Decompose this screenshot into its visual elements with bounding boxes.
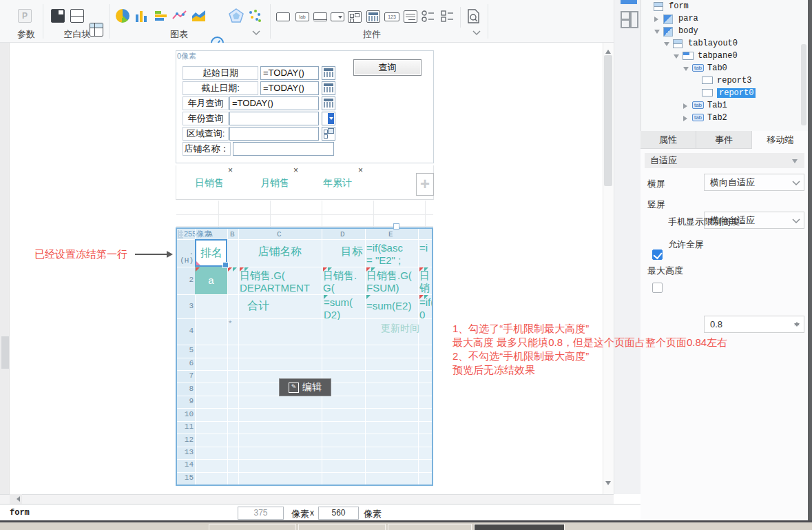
label-widget-icon[interactable]: lab bbox=[295, 12, 309, 21]
widget-preview-icon[interactable] bbox=[467, 9, 481, 24]
tree-collapse-icon[interactable] bbox=[664, 42, 669, 46]
drag-handle-icon[interactable] bbox=[178, 230, 183, 238]
limit-height-checkbox[interactable] bbox=[652, 249, 663, 260]
tree-expand-icon[interactable] bbox=[683, 103, 687, 109]
cell-D2[interactable]: 日销售.G( bbox=[323, 269, 364, 294]
tree-item-report3[interactable]: report3 bbox=[717, 76, 751, 85]
date-widget-icon[interactable] bbox=[366, 10, 380, 23]
textarea-widget-icon[interactable] bbox=[404, 10, 417, 23]
tree-select-icon[interactable] bbox=[322, 127, 335, 141]
tab-事件[interactable]: 事件 bbox=[696, 131, 752, 149]
edit-button[interactable]: ✎ 编辑 bbox=[279, 378, 331, 396]
report-block[interactable]: 255像素 ABCDE.(H)23456789101112131415 排名 店… bbox=[176, 227, 433, 486]
radio-group-widget-icon[interactable] bbox=[421, 10, 435, 23]
height-input[interactable]: 560 bbox=[318, 507, 359, 520]
tree-item-report0[interactable]: report0 bbox=[717, 88, 756, 98]
calendar-icon[interactable] bbox=[322, 66, 335, 80]
grid-line bbox=[177, 358, 432, 358]
allow-fullscreen-checkbox[interactable] bbox=[652, 283, 663, 293]
form-designer-window: P 参数 空白块 图表 lab 123 控件 bbox=[0, 0, 812, 530]
tab-close-icon[interactable]: × bbox=[228, 165, 233, 175]
line-chart-icon[interactable] bbox=[172, 9, 187, 23]
pie-chart-icon[interactable] bbox=[116, 9, 129, 23]
form-row-input[interactable]: =TODAY() bbox=[260, 81, 319, 95]
bar-chart-icon[interactable] bbox=[135, 9, 149, 23]
fill-handle[interactable] bbox=[222, 262, 229, 268]
horizontal-bar-chart-icon[interactable] bbox=[154, 9, 168, 23]
dropdown-icon[interactable] bbox=[322, 112, 335, 125]
number-widget-icon[interactable]: 123 bbox=[384, 12, 399, 21]
tree-collapse-icon[interactable] bbox=[654, 30, 660, 34]
tab-close-icon[interactable]: × bbox=[358, 165, 363, 175]
tree-collapse-icon[interactable] bbox=[683, 67, 689, 71]
cell-A2[interactable]: a bbox=[195, 267, 227, 294]
landscape-select[interactable]: 横向自适应 bbox=[704, 174, 804, 191]
max-height-input[interactable]: 0.8 bbox=[704, 316, 804, 333]
scroll-left-button[interactable] bbox=[10, 494, 22, 504]
tab-移动端[interactable]: 移动端 bbox=[752, 131, 809, 149]
cell-C1[interactable]: 店铺名称 bbox=[238, 245, 322, 258]
blank-block-split-icon[interactable] bbox=[70, 9, 84, 23]
sheet-tab-2[interactable]: 月销售 bbox=[260, 177, 289, 190]
tree-item-body[interactable]: body bbox=[678, 26, 698, 36]
scroll-down-icon[interactable] bbox=[605, 481, 611, 488]
cell-A3-merged[interactable]: 合计 bbox=[195, 300, 322, 312]
tree-item-form[interactable]: form bbox=[669, 1, 689, 11]
sheet-tab-1[interactable]: 日销售 bbox=[195, 177, 224, 190]
tree-item-Tab0[interactable]: Tab0 bbox=[707, 63, 727, 73]
column-header-A: A bbox=[208, 230, 213, 238]
calendar-icon[interactable] bbox=[322, 81, 335, 95]
text-field-widget-icon[interactable] bbox=[313, 12, 327, 21]
sheet-tab-3[interactable]: 年累计 bbox=[323, 177, 352, 190]
form-row-input[interactable]: =TODAY() bbox=[260, 66, 319, 80]
calendar-icon[interactable] bbox=[322, 96, 335, 110]
canvas-horizontal-scrollbar[interactable] bbox=[0, 494, 614, 504]
cell-E1[interactable]: =if($asc= "E2" ; bbox=[366, 242, 417, 265]
form-row-input[interactable]: =TODAY() bbox=[229, 96, 319, 110]
tree-scroll-thumb[interactable] bbox=[801, 44, 806, 125]
cell-C2[interactable]: 日销售.G(DEPARTMENT bbox=[240, 269, 321, 294]
form-row-input[interactable] bbox=[229, 127, 319, 141]
tree-widget-icon[interactable] bbox=[348, 11, 362, 23]
query-button[interactable]: 查询 bbox=[353, 59, 421, 76]
layout-blocks-icon[interactable] bbox=[621, 11, 637, 26]
tree-expand-icon[interactable] bbox=[683, 116, 687, 121]
tree-item-Tab2[interactable]: Tab2 bbox=[707, 113, 727, 123]
spin-down-icon[interactable] bbox=[794, 323, 800, 329]
cell-E3[interactable]: =sum(E2) bbox=[366, 300, 417, 312]
tab-close-icon[interactable]: × bbox=[293, 165, 298, 175]
tree-item-tablayout0[interactable]: tablayout0 bbox=[688, 39, 738, 48]
cell-F1[interactable]: =i bbox=[419, 242, 432, 254]
tree-collapse-icon[interactable] bbox=[674, 54, 679, 59]
resize-handle[interactable] bbox=[393, 223, 399, 230]
chart-group-expand-icon[interactable] bbox=[252, 30, 260, 36]
tab-属性[interactable]: 属性 bbox=[641, 131, 696, 149]
canvas-scroll-thumb[interactable] bbox=[604, 55, 612, 186]
cell-E2[interactable]: 日销售.G(FSUM) bbox=[366, 269, 417, 294]
left-collapsed-panel[interactable] bbox=[0, 43, 10, 494]
checkbox-group-widget-icon[interactable] bbox=[441, 10, 455, 23]
cell-D3[interactable]: =sum(D2) bbox=[324, 296, 364, 320]
cell-F2[interactable]: 日销V bbox=[419, 269, 432, 294]
textbox-widget-icon[interactable] bbox=[276, 12, 290, 21]
widget-group-expand-icon[interactable] bbox=[472, 30, 481, 36]
scroll-up-icon[interactable] bbox=[605, 47, 611, 54]
dropdown-widget-icon[interactable] bbox=[331, 12, 344, 21]
add-tab-button[interactable]: + bbox=[416, 173, 434, 196]
form-row-input[interactable] bbox=[229, 112, 319, 125]
tree-expand-icon[interactable] bbox=[654, 17, 658, 22]
parameter-icon[interactable]: P bbox=[18, 9, 32, 23]
form-row-input[interactable] bbox=[233, 142, 334, 156]
blank-block-absolute-icon[interactable] bbox=[51, 9, 65, 23]
section-adaptive[interactable]: 自适应 bbox=[645, 153, 804, 168]
tree-item-para[interactable]: para bbox=[678, 14, 698, 23]
cell-F3[interactable]: =if(0 bbox=[419, 296, 432, 320]
area-chart-icon[interactable] bbox=[191, 9, 207, 23]
width-input[interactable]: 375 bbox=[238, 507, 284, 520]
tree-item-tabpane0[interactable]: tabpane0 bbox=[698, 51, 738, 61]
cell-A1-selected[interactable]: 排名 bbox=[195, 239, 227, 267]
cell-D1[interactable]: 目标 bbox=[322, 245, 363, 258]
radar-chart-icon[interactable] bbox=[229, 8, 244, 23]
scatter-chart-icon[interactable] bbox=[248, 9, 262, 23]
tree-item-Tab1[interactable]: Tab1 bbox=[707, 101, 727, 110]
